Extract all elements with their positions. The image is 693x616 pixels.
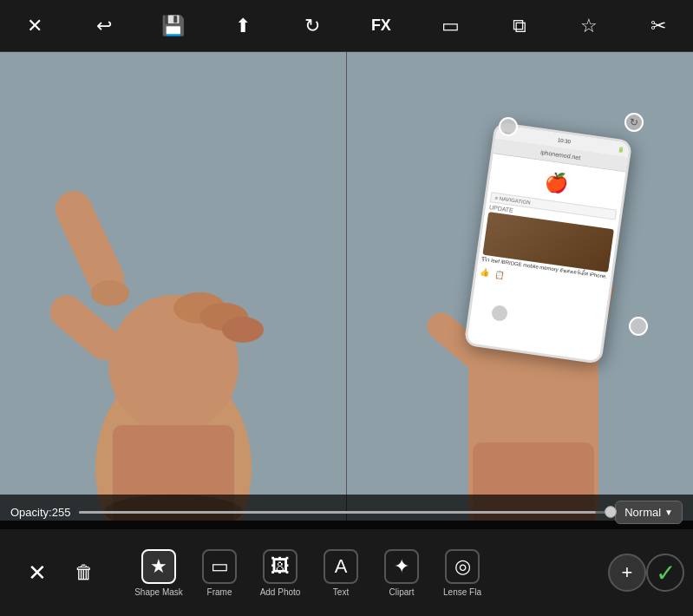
hand-background-right: ●●● 10:30 🔋 iphonemod.net 🍎 ≡ NAVIGATION…	[347, 52, 693, 521]
confirm-button[interactable]: ✓	[646, 554, 684, 592]
top-toolbar: ✕ ↩ 💾 ⬆ ↻ FX ▭ ⧉ ☆ ✂	[0, 0, 693, 52]
bottom-toolbar: ✕ 🗑 ★Shape Mask▭Frame🖼Add PhotoAText✦Cli…	[0, 529, 693, 616]
tool-item-clipart[interactable]: ✦Clipart	[371, 538, 432, 607]
tool-icon-5: ◎	[445, 549, 480, 584]
opacity-bar: Opacity:255 Normal ▼	[0, 495, 693, 529]
cancel-button[interactable]: ✕	[14, 551, 61, 595]
bottom-left-actions: ✕ 🗑	[0, 551, 121, 595]
tool-icon-0: ★	[141, 549, 176, 584]
tool-label-3: Text	[333, 587, 349, 597]
tool-items: ★Shape Mask▭Frame🖼Add PhotoAText✦Clipart…	[121, 538, 599, 607]
tool-item-add-photo[interactable]: 🖼Add Photo	[250, 538, 311, 607]
tool-item-frame[interactable]: ▭Frame	[189, 538, 250, 607]
svg-point-4	[91, 280, 129, 306]
scissors-button[interactable]: ✂	[639, 7, 677, 45]
fx-button[interactable]: FX	[362, 7, 400, 45]
add-button[interactable]: +	[608, 554, 646, 592]
tool-item-shape-mask[interactable]: ★Shape Mask	[128, 538, 189, 607]
left-panel	[0, 52, 347, 521]
tool-item-text[interactable]: AText	[311, 538, 371, 607]
tool-label-4: Clipart	[389, 587, 415, 597]
crop-button[interactable]: ⧉	[500, 7, 539, 45]
rotate-button[interactable]: ↻	[293, 7, 331, 45]
opacity-slider-fill	[79, 511, 596, 514]
hand-background-left	[0, 52, 346, 521]
blend-mode-button[interactable]: Normal ▼	[615, 501, 683, 524]
handle-top-left[interactable]	[499, 117, 518, 136]
phone-content: 🍎 ≡ NAVIGATION UPDATE รีวิว leef iBRIDGE…	[474, 154, 624, 300]
tool-label-5: Lense Fla	[443, 587, 481, 597]
handle-rotate[interactable]: ↻	[624, 113, 644, 132]
main-area: ●●● 10:30 🔋 iphonemod.net 🍎 ≡ NAVIGATION…	[0, 52, 693, 521]
tool-icon-3: A	[324, 549, 358, 584]
undo-button[interactable]: ↩	[85, 7, 123, 45]
save-button[interactable]: 💾	[154, 7, 193, 45]
tool-icon-2: 🖼	[263, 549, 297, 584]
tool-icon-1: ▭	[202, 549, 237, 584]
handle-bottom-right[interactable]	[629, 317, 648, 336]
tool-item-lense-fla[interactable]: ◎Lense Fla	[432, 538, 493, 607]
right-panel: ●●● 10:30 🔋 iphonemod.net 🍎 ≡ NAVIGATION…	[347, 52, 693, 521]
tool-label-1: Frame	[207, 587, 232, 597]
delete-button[interactable]: 🗑	[61, 553, 108, 593]
tool-label-0: Shape Mask	[134, 587, 183, 597]
tool-label-2: Add Photo	[260, 587, 301, 597]
star-button[interactable]: ☆	[570, 7, 608, 45]
opacity-slider[interactable]	[79, 511, 606, 514]
tool-icon-4: ✦	[384, 549, 419, 584]
opacity-label: Opacity:255	[10, 506, 70, 519]
handle-bottom-left[interactable]	[490, 304, 509, 323]
frame-button[interactable]: ▭	[431, 7, 469, 45]
share-button[interactable]: ⬆	[224, 7, 262, 45]
bottom-right-actions: + ✓	[599, 554, 693, 592]
close-button[interactable]: ✕	[16, 7, 54, 45]
opacity-slider-thumb[interactable]	[605, 506, 617, 518]
svg-point-8	[222, 317, 264, 343]
